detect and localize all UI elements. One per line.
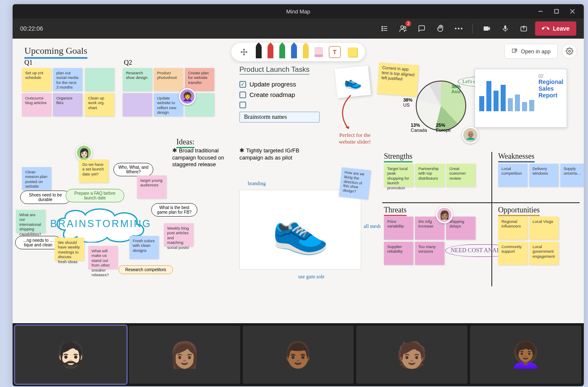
task-item[interactable]: ✓Update progress [239,81,320,88]
participant-tile[interactable]: 👨🏾 [243,326,354,384]
thought-bubble[interactable]: Shoes need to be durable [20,191,71,204]
sticky-note[interactable]: Great customer review [446,164,475,187]
maximize-button[interactable] [551,6,562,17]
sticky-note[interactable]: Too many versions [415,242,444,265]
idea-item: ✱Broad traditional campaign focused on s… [172,147,235,168]
sticky-note[interactable]: Supply uncerta… [560,164,584,187]
embedded-doc[interactable]: 02 Regional Sales Report [475,69,567,128]
open-in-app-button[interactable]: Open in app [504,44,558,59]
participant-tile[interactable]: 🧔🏻 [15,326,126,384]
pen-red[interactable] [268,46,273,58]
q1-label: Q1 [24,59,33,66]
eraser-tool[interactable] [315,47,323,57]
tasks-title: Product Launch Tasks [239,65,310,75]
sticky-note[interactable]: Regional influencers [498,217,528,240]
sticky-note[interactable]: Current in app text is top aligned left … [377,63,419,97]
task-item[interactable]: Create roadmap [239,91,320,98]
sticky-note-tool[interactable] [346,46,358,58]
svg-point-11 [404,26,406,29]
text-tool-icon[interactable]: T [329,46,341,58]
titlebar: Mind Map [13,4,584,18]
sticky-note[interactable]: Fresh colors with clean designs [129,236,159,259]
sticky-note[interactable]: Do we have a set launch date yet? [79,160,108,183]
sticky-q1-3[interactable]: Outsource blog articles [22,93,51,116]
svg-point-13 [458,28,459,29]
participant-tile[interactable]: 👩🏾‍🦱 [470,326,581,384]
move-tool-icon[interactable] [238,46,250,58]
sticky-q1-2[interactable] [85,68,114,91]
task-new-input[interactable] [239,112,320,123]
sticky-q1-0[interactable]: Set up crit schedule [22,68,51,91]
meeting-timer: 00:22:06 [20,25,43,32]
meeting-toolbar: 00:22:06 2 Leave [13,18,584,39]
sticky-note[interactable]: target young audiences [137,175,166,199]
pen-black[interactable] [256,46,262,58]
sticky-q2-0[interactable]: Research shoe design [123,68,152,91]
chat-icon[interactable] [415,21,429,36]
sticky-note[interactable]: What are our international shipping capa… [16,210,45,233]
whiteboard-toolbar: T [231,43,365,61]
task-checklist: Product Launch Tasks ✓Update progress Cr… [239,65,320,123]
sticky-q1-4[interactable]: Organize files [53,93,82,116]
checkbox-icon[interactable]: ✓ [239,81,246,88]
settings-icon[interactable] [562,44,577,59]
svg-point-17 [569,50,571,52]
sticky-note[interactable]: We should have weekly meetings to discus… [55,238,84,261]
sticky-note[interactable]: Local competition [498,164,528,187]
thought-bubble[interactable]: Who, What, and Where? [113,163,153,176]
checkbox-icon[interactable] [239,102,246,108]
pen-yellow[interactable] [303,46,309,58]
pen-blue[interactable] [291,46,297,58]
participant-tile[interactable]: 🧑🏽 [356,326,467,384]
photo-caption: Perfect for the website slider! [332,132,378,145]
sticky-q2-3[interactable] [123,93,152,116]
sticky-note[interactable]: Supplier reliability [384,242,413,265]
task-item[interactable] [239,102,320,108]
participant-tile[interactable]: 👩🏽 [129,326,240,384]
whiteboard-canvas[interactable]: T Open in app Upcoming Goals Q1 Q2 Set u… [13,39,584,323]
camera-icon[interactable] [480,21,494,36]
svg-point-14 [461,28,462,29]
annotation: all mesh [364,223,381,230]
raise-hand-icon[interactable] [433,21,447,36]
share-icon[interactable] [517,21,531,36]
sticky-q1-5[interactable]: Clean up work org. chart [85,93,114,116]
sticky-note[interactable]: Target local peak shopping for launch pr… [384,164,413,187]
leave-button[interactable]: Leave [535,21,576,36]
sticky-note[interactable]: Local Vlogs [529,217,559,240]
checkbox-icon[interactable] [239,92,246,98]
minimize-button[interactable] [535,6,546,17]
participant-strip: 🧔🏻 👩🏽 👨🏾 🧑🏽 👩🏾‍🦱 [13,323,584,386]
shoe-sketch[interactable]: 👟 [239,190,361,269]
sticky-note[interactable]: Local government engagement [529,242,559,265]
thought-bubble[interactable]: Prepare a FAQ before launch date [66,189,124,202]
roster-icon[interactable] [378,21,392,36]
swot-divider [382,202,580,203]
threats-title: Threats [384,206,407,216]
avatar: 👩‍🦱 [179,88,196,105]
sticky-note[interactable]: Weekly blog post articles and matching s… [164,223,193,246]
thought-bubble[interactable]: What is the best game plan for FB? [151,203,197,217]
sticky-q2-1[interactable]: Product photoshoot [154,68,183,91]
sticky-note[interactable]: How are we liking the direction of this … [339,167,371,200]
sticky-note[interactable]: Price variability [384,217,413,240]
close-button[interactable] [567,6,578,17]
mic-icon[interactable] [498,21,512,36]
sticky-note[interactable]: Community support [498,242,528,265]
annotation: use gum sole [298,274,325,280]
svg-point-10 [401,26,404,29]
people-icon[interactable]: 2 [396,21,410,36]
sticky-note[interactable]: Clean mission plan posted on website [22,167,51,190]
annotation: branding [248,180,266,187]
more-icon[interactable] [452,21,466,36]
sticky-note[interactable]: What will make us stand out from other s… [88,246,118,269]
svg-point-8 [382,28,383,29]
sticky-note[interactable]: Partnership with top distributors [415,164,444,187]
pen-green[interactable] [279,46,285,58]
people-badge: 2 [405,21,411,26]
thought-bubble[interactable]: Research competitors [118,265,173,274]
sticky-q1-1[interactable]: plan out social media for the next 3 mon… [53,68,82,91]
sticky-note[interactable]: Delivery windows [529,164,559,187]
sticky-q2-2[interactable]: Create plan for website transfer [185,68,214,91]
sneaker-photo-icon: 👟 [343,73,362,91]
